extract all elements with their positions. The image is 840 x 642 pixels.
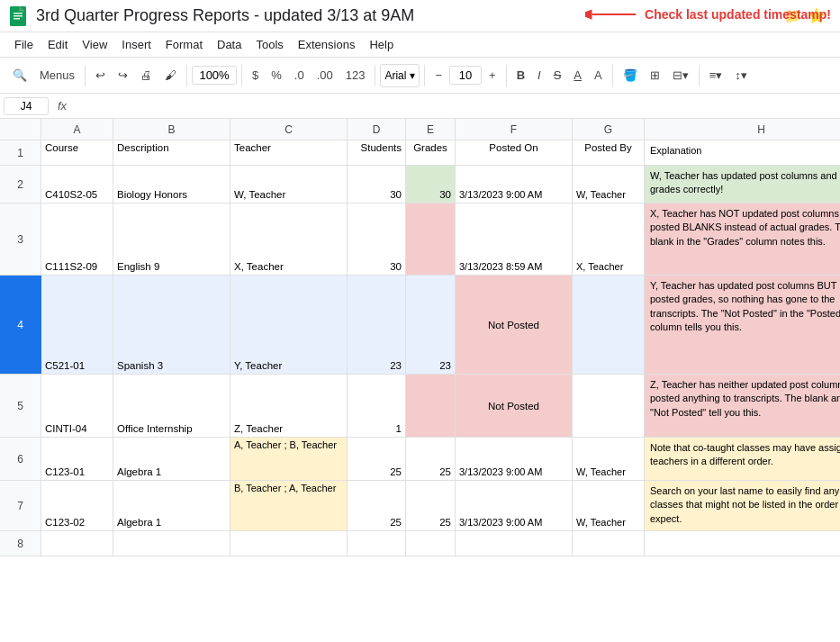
menu-help[interactable]: Help	[362, 34, 401, 55]
menu-extensions[interactable]: Extensions	[291, 34, 363, 55]
cell-a4[interactable]: C521-01	[41, 276, 113, 374]
strikethrough-button[interactable]: S	[548, 65, 567, 86]
print-button[interactable]: 🖨	[135, 65, 158, 86]
cell-e7[interactable]: 25	[406, 481, 456, 530]
col-header-a[interactable]: A	[41, 119, 113, 140]
cell-d6[interactable]: 25	[348, 438, 406, 480]
cell-h2[interactable]: W, Teacher has updated post columns and …	[645, 166, 840, 203]
row-number-3[interactable]: 3	[0, 203, 41, 275]
cell-b4[interactable]: Spanish 3	[113, 276, 230, 374]
underline-button[interactable]: A	[568, 65, 587, 86]
cell-g1[interactable]: Posted By	[573, 140, 645, 165]
font-size-inc-button[interactable]: +	[483, 65, 501, 86]
cell-f2[interactable]: 3/13/2023 9:00 AM	[456, 166, 573, 203]
row-number-6[interactable]: 6	[0, 438, 41, 480]
cell-a5[interactable]: CINTI-04	[41, 375, 113, 437]
menu-file[interactable]: File	[7, 34, 41, 55]
cell-g3[interactable]: X, Teacher	[573, 203, 645, 275]
format-number-button[interactable]: 123	[340, 65, 371, 86]
cell-d5[interactable]: 1	[348, 375, 406, 437]
col-header-c[interactable]: C	[230, 119, 348, 140]
cell-reference-input[interactable]	[4, 97, 49, 115]
cell-a2[interactable]: C410S2-05	[41, 166, 113, 203]
menu-insert[interactable]: Insert	[114, 34, 158, 55]
cell-f5[interactable]: Not Posted	[456, 375, 573, 437]
cell-h3[interactable]: X, Teacher has NOT updated post columns …	[645, 203, 840, 275]
cell-d4[interactable]: 23	[348, 276, 406, 374]
cell-g2[interactable]: W, Teacher	[573, 166, 645, 203]
row-number-8[interactable]: 8	[0, 531, 41, 556]
row-number-7[interactable]: 7	[0, 481, 41, 530]
merge-cells-button[interactable]: ⊟▾	[667, 65, 694, 86]
paint-format-button[interactable]: 🖌	[159, 65, 182, 86]
cell-c5[interactable]: Z, Teacher	[230, 375, 348, 437]
cell-d2[interactable]: 30	[348, 166, 406, 203]
valign-button[interactable]: ↕▾	[729, 65, 753, 86]
percent-button[interactable]: %	[266, 65, 287, 86]
cell-h5[interactable]: Z, Teacher has neither updated post colu…	[645, 375, 840, 437]
cell-h4[interactable]: Y, Teacher has updated post columns BUT …	[645, 276, 840, 374]
cell-g5[interactable]	[573, 375, 645, 437]
text-color-button[interactable]: A	[589, 65, 608, 86]
cell-f6[interactable]: 3/13/2023 9:00 AM	[456, 438, 573, 480]
cell-a6[interactable]: C123-01	[41, 438, 113, 480]
cell-e8[interactable]	[406, 531, 456, 556]
cell-e6[interactable]: 25	[406, 438, 456, 480]
font-size-input[interactable]: 10	[449, 66, 482, 85]
cell-c2[interactable]: W, Teacher	[230, 166, 348, 203]
cell-a3[interactable]: C111S2-09	[41, 203, 113, 275]
cell-g8[interactable]	[573, 531, 645, 556]
formula-input[interactable]	[76, 99, 836, 113]
cell-d1[interactable]: Students	[348, 140, 406, 165]
cell-b1[interactable]: Description	[113, 140, 230, 165]
cell-a8[interactable]	[41, 531, 113, 556]
cell-f1[interactable]: Posted On	[456, 140, 573, 165]
menu-view[interactable]: View	[75, 34, 114, 55]
row-number-1[interactable]: 1	[0, 140, 41, 165]
col-header-h[interactable]: H	[645, 119, 840, 140]
cell-h7[interactable]: Search on your last name to easily find …	[645, 481, 840, 530]
cell-e3[interactable]	[406, 203, 456, 275]
align-button[interactable]: ≡▾	[704, 65, 728, 86]
decimal-dec-button[interactable]: .0	[289, 65, 310, 86]
cell-e1[interactable]: Grades	[406, 140, 456, 165]
cell-f8[interactable]	[456, 531, 573, 556]
cell-b3[interactable]: English 9	[113, 203, 230, 275]
cell-f3[interactable]: 3/13/2023 8:59 AM	[456, 203, 573, 275]
cell-g6[interactable]: W, Teacher	[573, 438, 645, 480]
cell-a7[interactable]: C123-02	[41, 481, 113, 530]
menu-tools[interactable]: Tools	[248, 34, 290, 55]
cell-c8[interactable]	[230, 531, 348, 556]
col-header-e[interactable]: E	[406, 119, 456, 140]
redo-button[interactable]: ↪	[113, 65, 133, 86]
font-size-dec-button[interactable]: −	[429, 65, 447, 86]
cell-h1[interactable]: Explanation	[645, 140, 840, 165]
cell-d8[interactable]	[348, 531, 406, 556]
menu-edit[interactable]: Edit	[41, 34, 75, 55]
row-number-5[interactable]: 5	[0, 375, 41, 437]
font-dropdown-icon[interactable]: ▾	[410, 69, 415, 82]
currency-button[interactable]: $	[247, 65, 264, 86]
fill-color-button[interactable]: 🪣	[618, 65, 643, 86]
menus-button[interactable]: Menus	[34, 65, 80, 86]
cell-c7[interactable]: B, Teacher ; A, Teacher	[230, 481, 348, 530]
row-number-4[interactable]: 4	[0, 276, 41, 374]
cell-g7[interactable]: W, Teacher	[573, 481, 645, 530]
menu-data[interactable]: Data	[210, 34, 248, 55]
col-header-b[interactable]: B	[113, 119, 230, 140]
bold-button[interactable]: B	[511, 65, 530, 86]
decimal-inc-button[interactable]: .00	[312, 65, 339, 86]
italic-button[interactable]: I	[532, 65, 546, 86]
cell-c1[interactable]: Teacher	[230, 140, 348, 165]
cell-h6[interactable]: Note that co-taught classes may have ass…	[645, 438, 840, 480]
zoom-select[interactable]: 100%	[192, 66, 237, 85]
col-header-g[interactable]: G	[573, 119, 645, 140]
cell-b7[interactable]: Algebra 1	[113, 481, 230, 530]
cell-b6[interactable]: Algebra 1	[113, 438, 230, 480]
col-header-d[interactable]: D	[348, 119, 406, 140]
cell-d3[interactable]: 30	[348, 203, 406, 275]
cell-c3[interactable]: X, Teacher	[230, 203, 348, 275]
cell-f7[interactable]: 3/13/2023 9:00 AM	[456, 481, 573, 530]
cell-g4[interactable]	[573, 276, 645, 374]
cell-b8[interactable]	[113, 531, 230, 556]
